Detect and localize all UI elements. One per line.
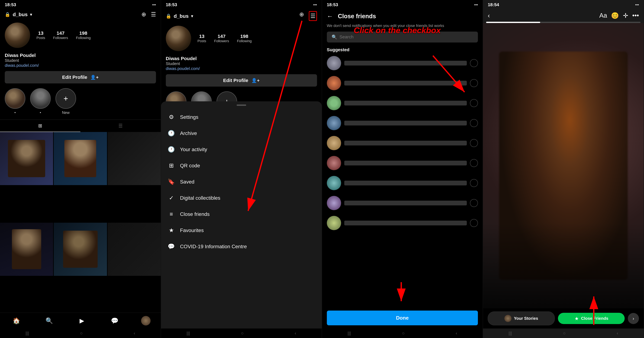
bottom-nav-1: 🏠 🔍 ▶ 💬	[0, 313, 161, 328]
profile-link-2[interactable]: diwas.poudel.com/	[166, 66, 317, 71]
story-next-btn[interactable]: ›	[628, 313, 639, 324]
following-stat: 198 Following	[76, 31, 91, 40]
messages-nav-btn[interactable]: 💬	[108, 314, 121, 327]
profile-top-nav: 🔒 d_bus ▾ ⊕ ☰	[0, 10, 161, 19]
highlights-row-1: • • + New	[0, 85, 161, 118]
hamburger-menu-icon[interactable]: ☰	[309, 11, 317, 21]
menu-item-archive[interactable]: 🕐 Archive	[161, 125, 322, 141]
highlight-item-1[interactable]: •	[5, 88, 25, 115]
activity-label: Your activity	[180, 147, 207, 152]
cf-avatar-5	[327, 136, 341, 150]
cf-name-3	[344, 101, 467, 106]
edit-profile-label-2: Edit Profile	[223, 78, 248, 83]
followers-count-2: 147	[214, 34, 229, 39]
close-friends-story-btn[interactable]: ★ Close Friends	[558, 313, 625, 324]
home-nav-btn[interactable]: 🏠	[10, 314, 23, 327]
more-options-icon[interactable]: •••	[632, 12, 639, 19]
covid-icon: 💬	[168, 243, 175, 250]
saved-label: Saved	[180, 179, 194, 185]
grid-cell-5[interactable]	[54, 223, 107, 276]
gesture-bar-1: ||| ○ ‹	[0, 328, 161, 338]
edit-profile-button-1[interactable]: Edit Profile 👤+	[5, 71, 156, 83]
cf-list-item-4	[322, 113, 483, 133]
settings-icon: ⚙	[168, 114, 175, 120]
add-post-icon-2[interactable]: ⊕	[299, 11, 304, 21]
cf-avatar-9	[327, 216, 341, 230]
search-nav-btn[interactable]: 🔍	[43, 314, 56, 327]
menu-item-favourites[interactable]: ★ Favourites	[161, 222, 322, 238]
cf-back-btn[interactable]: ←	[327, 13, 333, 20]
cf-checkbox-7[interactable]	[470, 179, 478, 187]
grid-cell-1[interactable]	[0, 132, 53, 185]
cf-done-button[interactable]: Done	[327, 310, 478, 325]
story-back-btn[interactable]: ‹	[488, 12, 490, 19]
edit-profile-button-2[interactable]: Edit Profile 👤+	[166, 74, 317, 87]
cf-checkbox-9[interactable]	[470, 219, 478, 227]
digital-label: Digital collectibles	[180, 195, 220, 201]
cf-name-7	[344, 181, 467, 185]
cf-checkbox-5[interactable]	[470, 139, 478, 147]
grid-toggle: ⊞ ☰	[0, 120, 161, 132]
chevron-down-icon-2: ▾	[191, 14, 193, 19]
favourites-icon: ★	[168, 227, 175, 234]
posts-label-2: Posts	[198, 39, 206, 43]
profile-link[interactable]: diwas.poudel.com/	[5, 63, 156, 68]
highlight-item-new[interactable]: + New	[56, 88, 76, 115]
cf-checkbox-3[interactable]	[470, 99, 478, 107]
cf-search-input[interactable]	[340, 35, 473, 40]
grid-cell-2[interactable]	[54, 132, 107, 185]
highlight-item-2[interactable]: •	[30, 88, 51, 115]
grid-view-btn[interactable]: ⊞	[0, 120, 80, 132]
text-format-icon[interactable]: Aa	[599, 12, 607, 19]
story-header: ‹ Aa 😊 ✛ •••	[483, 10, 644, 22]
menu-item-digital[interactable]: ✓ Digital collectibles	[161, 190, 322, 206]
cf-checkbox-6[interactable]	[470, 159, 478, 167]
grid-cell-4[interactable]	[0, 223, 53, 276]
highlight-label-2: •	[40, 110, 41, 115]
gesture-circle-2: ○	[241, 331, 244, 336]
menu-icon-p1[interactable]: ☰	[151, 11, 156, 18]
sticker-icon[interactable]: 😊	[611, 12, 619, 19]
followers-stat: 147 Followers	[53, 31, 68, 40]
cf-list-item-3	[322, 93, 483, 113]
cf-name-9	[344, 221, 467, 225]
cf-done-label: Done	[396, 315, 408, 321]
grid-cell-6[interactable]	[108, 223, 161, 276]
add-post-icon[interactable]: ⊕	[142, 11, 146, 18]
time-2: 18:53	[166, 2, 177, 7]
reels-nav-btn[interactable]: ▶	[76, 314, 88, 327]
your-stories-btn[interactable]: Your Stories	[488, 311, 555, 325]
highlight-circle-new: +	[56, 88, 76, 109]
story-progress-fill	[486, 22, 540, 23]
cf-search-bar[interactable]: 🔍	[327, 32, 478, 43]
list-view-btn[interactable]: ☰	[80, 120, 161, 132]
profile-name-2: Diwas Poudel	[166, 56, 317, 61]
followers-label: Followers	[53, 36, 68, 40]
move-icon[interactable]: ✛	[623, 12, 628, 19]
activity-icon: 🕐	[168, 146, 175, 153]
cf-checkbox-1[interactable]	[470, 59, 478, 67]
menu-item-settings[interactable]: ⚙ Settings	[161, 109, 322, 125]
grid-cell-3[interactable]	[108, 132, 161, 185]
profile-nav-btn[interactable]	[141, 316, 150, 325]
menu-item-activity[interactable]: 🕐 Your activity	[161, 141, 322, 158]
cf-title: Close friends	[338, 13, 376, 20]
cf-avatar-2	[327, 76, 341, 90]
battery-icon-3: ▪▪▪	[474, 3, 478, 7]
close-friends-icon: ≡	[168, 211, 175, 217]
cf-checkbox-8[interactable]	[470, 199, 478, 207]
menu-item-covid[interactable]: 💬 COVID-19 Information Centre	[161, 238, 322, 255]
menu-item-saved[interactable]: 🔖 Saved	[161, 174, 322, 190]
status-bar-2: 18:53 ▪▪▪	[161, 0, 322, 10]
cf-checkbox-2[interactable]	[470, 79, 478, 87]
cf-list-item-9	[322, 213, 483, 233]
menu-item-qr[interactable]: ⊞ QR code	[161, 158, 322, 174]
highlight-circle-1	[5, 88, 25, 109]
posts-stat-2: 13 Posts	[198, 34, 206, 43]
menu-item-close-friends[interactable]: ≡ Close friends	[161, 206, 322, 222]
chevron-down-icon: ▾	[30, 12, 32, 17]
cf-checkbox-4[interactable]	[470, 119, 478, 127]
story-content[interactable]	[483, 23, 644, 308]
covid-label: COVID-19 Information Centre	[180, 244, 247, 249]
menu-top-nav: 🔒 d_bus ▾ ⊕ ☰	[161, 10, 322, 23]
